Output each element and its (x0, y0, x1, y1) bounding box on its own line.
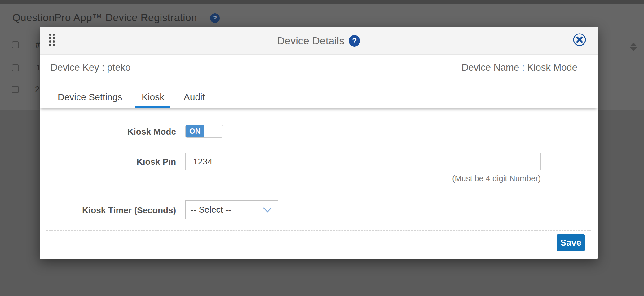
table-cell-row2: 2 (35, 85, 40, 94)
drag-handle-icon[interactable] (49, 34, 55, 46)
page-top-edge (0, 0, 644, 4)
modal-sticky-header: Device Details ? Device Key : pteko Devi… (40, 27, 598, 108)
select-all-checkbox (12, 41, 19, 48)
close-icon[interactable] (573, 33, 586, 47)
column-header-number: # (35, 40, 40, 50)
device-name-label: Device Name : Kiosk Mode (461, 62, 577, 73)
tab-kiosk[interactable]: Kiosk (135, 87, 170, 108)
kiosk-tab-panel: Kiosk Mode ON Kiosk Pin (Must be 4 digit… (40, 108, 598, 257)
screen: QuestionPro App™ Device Registration ? #… (0, 0, 644, 296)
kiosk-pin-label: Kiosk Pin (40, 157, 176, 167)
kiosk-timer-selected-value: -- Select -- (191, 205, 231, 215)
row-checkbox (12, 86, 19, 93)
column-sort-icon (630, 43, 637, 51)
tab-audit[interactable]: Audit (178, 87, 211, 108)
tab-device-settings[interactable]: Device Settings (51, 87, 128, 108)
modal-header: Device Details ? (40, 27, 598, 55)
kiosk-pin-hint: (Must be 4 digit Number) (185, 174, 541, 183)
kiosk-timer-select[interactable]: -- Select -- (185, 200, 278, 219)
save-button[interactable]: Save (557, 234, 585, 251)
modal-help-icon[interactable]: ? (349, 35, 360, 47)
modal-title: Device Details (277, 35, 344, 47)
page-help-icon: ? (210, 13, 220, 23)
device-details-modal: Device Details ? Device Key : pteko Devi… (40, 27, 598, 259)
kiosk-mode-label: Kiosk Mode (40, 127, 176, 137)
toggle-on-state: ON (186, 125, 204, 137)
kiosk-timer-label: Kiosk Timer (Seconds) (40, 205, 176, 215)
tab-bar: Device Settings Kiosk Audit (40, 81, 598, 108)
footer-divider (46, 230, 591, 231)
page-title: QuestionPro App™ Device Registration (12, 12, 197, 24)
row-checkbox (12, 64, 19, 71)
device-info-row: Device Key : pteko Device Name : Kiosk M… (40, 55, 598, 81)
kiosk-mode-toggle[interactable]: ON (185, 125, 223, 138)
chevron-down-icon (263, 207, 272, 213)
device-key-label: Device Key : pteko (51, 62, 130, 73)
kiosk-pin-input[interactable] (185, 153, 541, 170)
